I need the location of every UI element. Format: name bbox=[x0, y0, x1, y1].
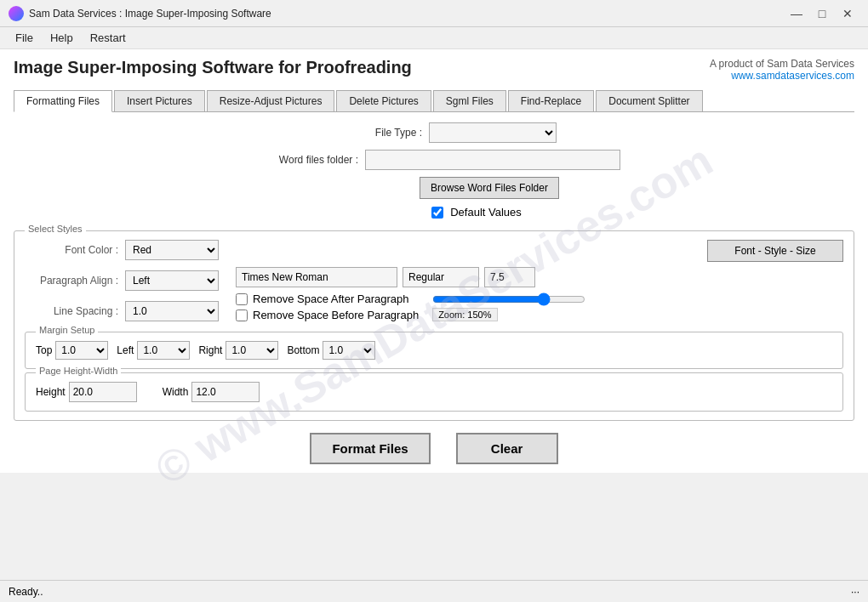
paragraph-align-select[interactable]: Left Right Center Justify bbox=[125, 270, 219, 291]
font-name-display: Times New Roman bbox=[236, 267, 397, 287]
line-spacing-row: Line Spacing : 1.0 1.5 2.0 bbox=[25, 301, 219, 321]
main-content: Image Super-Imposing Software for Proofr… bbox=[0, 49, 868, 473]
margin-bottom-label: Bottom bbox=[287, 344, 319, 356]
remove-space-before-checkbox[interactable] bbox=[236, 310, 248, 321]
margin-group: Margin Setup Top 1.01.21.52.0 Left 1.01.… bbox=[25, 332, 843, 369]
file-type-select[interactable]: Word PDF Text bbox=[429, 122, 557, 143]
status-text: Ready.. bbox=[9, 586, 43, 598]
app-icon bbox=[9, 6, 24, 21]
menu-file[interactable]: File bbox=[7, 30, 42, 46]
margin-top-select[interactable]: 1.01.21.52.0 bbox=[55, 341, 108, 360]
remove-space-after-label: Remove Space After Paragraph bbox=[253, 292, 409, 305]
width-input[interactable] bbox=[191, 382, 260, 402]
clear-button[interactable]: Clear bbox=[456, 433, 558, 464]
page-hw-group: Page Height-Width Height Width bbox=[25, 372, 843, 412]
zoom-label: Zoom: 150% bbox=[432, 308, 497, 321]
menu-restart[interactable]: Restart bbox=[82, 30, 134, 46]
paragraph-align-row: Paragraph Align : Left Right Center Just… bbox=[25, 270, 219, 291]
page-hw-title: Page Height-Width bbox=[36, 366, 121, 376]
close-button[interactable]: ✕ bbox=[836, 5, 859, 22]
menu-help[interactable]: Help bbox=[42, 30, 82, 46]
minimize-button[interactable]: — bbox=[785, 5, 808, 22]
margin-right-label: Right bbox=[198, 344, 222, 356]
styles-group-title: Select Styles bbox=[25, 224, 86, 234]
window-title: Sam Data Services : Image Super-Imposing… bbox=[29, 8, 783, 20]
margin-left-select[interactable]: 1.01.21.52.0 bbox=[137, 341, 190, 360]
header: Image Super-Imposing Software for Proofr… bbox=[14, 58, 854, 82]
tab-formatting-files[interactable]: Formatting Files bbox=[14, 90, 112, 112]
remove-space-after-row: Remove Space After Paragraph bbox=[236, 292, 419, 305]
zoom-slider[interactable] bbox=[432, 292, 585, 306]
remove-space-before-label: Remove Space Before Paragraph bbox=[253, 309, 419, 321]
brand: A product of Sam Data Services www.samda… bbox=[710, 58, 854, 82]
titlebar: Sam Data Services : Image Super-Imposing… bbox=[0, 0, 868, 27]
margin-bottom-field: Bottom 1.01.21.52.0 bbox=[287, 341, 375, 360]
word-folder-row: Word files folder : bbox=[14, 150, 854, 170]
styles-group: Select Styles Font Color : Red Blue Blac… bbox=[14, 230, 854, 421]
width-label: Width bbox=[163, 386, 189, 398]
tabs: Formatting Files Insert Pictures Resize-… bbox=[14, 90, 854, 112]
tab-document-splitter[interactable]: Document Splitter bbox=[596, 90, 702, 111]
statusbar: Ready.. ··· bbox=[0, 580, 868, 602]
margin-group-title: Margin Setup bbox=[36, 325, 98, 335]
zoom-slider-area: Zoom: 150% bbox=[432, 292, 585, 321]
height-label: Height bbox=[36, 386, 66, 398]
brand-link[interactable]: www.samdataservices.com bbox=[731, 70, 854, 82]
margin-right-select[interactable]: 1.01.21.52.0 bbox=[226, 341, 278, 360]
menubar: File Help Restart bbox=[0, 27, 868, 49]
tab-find-replace[interactable]: Find-Replace bbox=[508, 90, 594, 111]
font-color-label: Font Color : bbox=[25, 244, 118, 256]
margin-left-field: Left 1.01.21.52.0 bbox=[117, 341, 190, 360]
font-color-select[interactable]: Red Blue Black Green bbox=[125, 240, 219, 260]
tab-sgml-files[interactable]: Sgml Files bbox=[433, 90, 506, 111]
font-color-row: Font Color : Red Blue Black Green bbox=[25, 240, 219, 260]
height-field: Height bbox=[36, 382, 137, 402]
word-folder-input[interactable] bbox=[365, 150, 620, 170]
browse-button[interactable]: Browse Word Files Folder bbox=[420, 177, 559, 199]
word-folder-label: Word files folder : bbox=[248, 154, 358, 166]
margin-bottom-select[interactable]: 1.01.21.52.0 bbox=[323, 341, 375, 360]
margin-top-field: Top 1.01.21.52.0 bbox=[36, 341, 108, 360]
font-style-display: Regular bbox=[403, 267, 479, 287]
brand-line1: A product of Sam Data Services bbox=[710, 58, 854, 70]
line-spacing-label: Line Spacing : bbox=[25, 305, 118, 317]
maximize-button[interactable]: □ bbox=[810, 5, 834, 22]
height-input[interactable] bbox=[69, 382, 137, 402]
browse-row: Browse Word Files Folder bbox=[124, 177, 854, 199]
file-type-label: File Type : bbox=[311, 127, 422, 139]
remove-space-before-row: Remove Space Before Paragraph bbox=[236, 309, 419, 321]
font-style-size-button[interactable]: Font - Style - Size bbox=[707, 240, 843, 262]
paragraph-align-label: Paragraph Align : bbox=[25, 275, 118, 287]
margin-left-label: Left bbox=[117, 344, 134, 356]
tab-resize-adjust[interactable]: Resize-Adjust Pictures bbox=[207, 90, 335, 111]
tab-insert-pictures[interactable]: Insert Pictures bbox=[114, 90, 205, 111]
default-values-row: Default Values bbox=[99, 206, 854, 219]
width-field: Width bbox=[163, 382, 260, 402]
remove-space-after-checkbox[interactable] bbox=[236, 293, 248, 305]
file-type-row: File Type : Word PDF Text bbox=[14, 122, 854, 143]
bottom-buttons: Format Files Clear bbox=[14, 433, 854, 464]
margin-right-field: Right 1.01.21.52.0 bbox=[198, 341, 278, 360]
form-area: File Type : Word PDF Text Word files fol… bbox=[14, 122, 854, 421]
default-values-label: Default Values bbox=[450, 206, 522, 219]
font-size-display: 7.5 bbox=[484, 267, 535, 287]
margin-fields: Top 1.01.21.52.0 Left 1.01.21.52.0 bbox=[36, 341, 832, 360]
line-spacing-select[interactable]: 1.0 1.5 2.0 bbox=[125, 301, 219, 321]
format-files-button[interactable]: Format Files bbox=[310, 433, 430, 464]
status-dots: ··· bbox=[851, 586, 859, 598]
default-values-checkbox[interactable] bbox=[431, 207, 443, 219]
tab-delete-pictures[interactable]: Delete Pictures bbox=[336, 90, 431, 111]
page-title: Image Super-Imposing Software for Proofr… bbox=[14, 58, 412, 77]
margin-top-label: Top bbox=[36, 344, 52, 356]
